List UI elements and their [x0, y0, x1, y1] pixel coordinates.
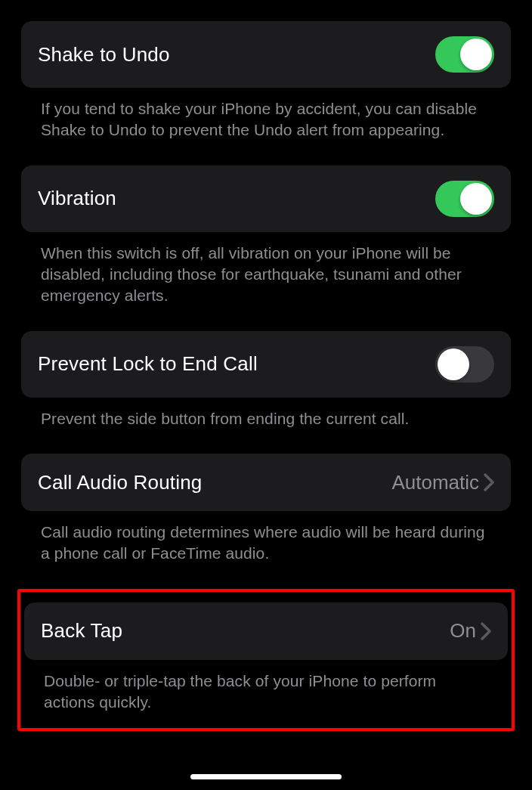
home-indicator[interactable]	[190, 774, 342, 779]
shake-to-undo-switch[interactable]	[435, 36, 494, 73]
call-audio-routing-value: Automatic	[391, 471, 479, 494]
back-tap-highlight: Back Tap On Double- or triple-tap the ba…	[17, 589, 515, 732]
chevron-right-icon	[481, 622, 491, 640]
switch-knob	[460, 183, 492, 215]
vibration-footer: When this switch is off, all vibration o…	[21, 232, 511, 307]
back-tap-right: On	[450, 619, 491, 643]
shake-to-undo-section: Shake to Undo If you tend to shake your …	[21, 21, 511, 141]
shake-to-undo-footer: If you tend to shake your iPhone by acci…	[21, 88, 511, 141]
call-audio-routing-right: Automatic	[391, 471, 494, 494]
chevron-right-icon	[484, 473, 494, 491]
prevent-lock-footer: Prevent the side button from ending the …	[21, 398, 511, 429]
switch-knob	[438, 349, 469, 380]
shake-to-undo-label: Shake to Undo	[38, 43, 170, 67]
back-tap-value: On	[450, 619, 476, 643]
prevent-lock-section: Prevent Lock to End Call Prevent the sid…	[21, 331, 511, 429]
vibration-section: Vibration When this switch is off, all v…	[21, 166, 511, 307]
vibration-label: Vibration	[38, 187, 116, 210]
prevent-lock-switch[interactable]	[435, 346, 494, 383]
back-tap-footer: Double- or triple-tap the back of your i…	[20, 660, 512, 714]
call-audio-routing-section: Call Audio Routing Automatic Call audio …	[21, 454, 511, 565]
shake-to-undo-row[interactable]: Shake to Undo	[21, 21, 511, 88]
switch-knob	[460, 39, 492, 70]
vibration-switch[interactable]	[435, 181, 494, 217]
vibration-row[interactable]: Vibration	[21, 166, 511, 232]
call-audio-routing-row[interactable]: Call Audio Routing Automatic	[21, 454, 511, 511]
back-tap-row[interactable]: Back Tap On	[24, 603, 508, 660]
call-audio-routing-footer: Call audio routing determines where audi…	[21, 511, 511, 565]
call-audio-routing-label: Call Audio Routing	[38, 471, 203, 494]
back-tap-label: Back Tap	[41, 619, 122, 643]
prevent-lock-row[interactable]: Prevent Lock to End Call	[21, 331, 511, 398]
prevent-lock-label: Prevent Lock to End Call	[38, 352, 258, 376]
